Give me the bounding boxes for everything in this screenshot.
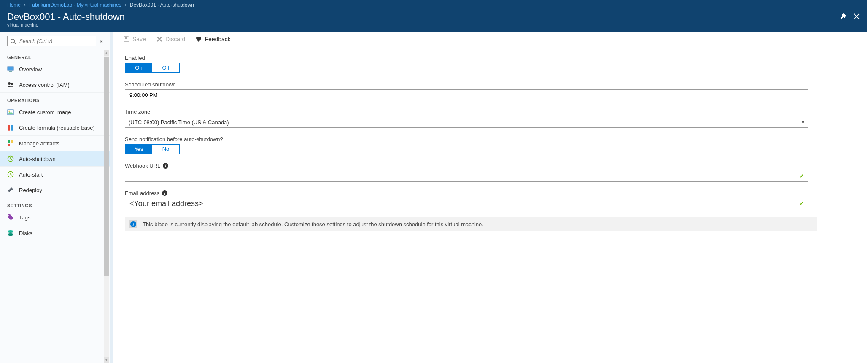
svg-point-5 [11, 83, 13, 85]
sidebar-item-label: Tags [19, 214, 30, 221]
sidebar-item-iam[interactable]: Access control (IAM) [0, 77, 110, 93]
sidebar-item-label: Overview [19, 66, 42, 72]
scrollbar[interactable]: ▴ ▾ [104, 50, 109, 363]
check-icon: ✓ [799, 173, 804, 179]
toggle-no[interactable]: No [152, 145, 179, 154]
chevron-right-icon: › [24, 2, 26, 8]
breadcrumb-current: DevBox001 - Auto-shutdown [130, 2, 194, 8]
sidebar-item-redeploy[interactable]: Redeploy [0, 182, 110, 198]
clock-icon [7, 155, 14, 162]
heart-icon [195, 36, 202, 43]
enabled-toggle[interactable]: On Off [125, 63, 180, 73]
sidebar-item-auto-shutdown[interactable]: Auto-shutdown [0, 151, 110, 167]
hammer-icon [7, 187, 14, 193]
email-address-input[interactable]: ✓ [125, 198, 808, 209]
info-banner-text: This blade is currently displaying the d… [143, 221, 483, 228]
svg-rect-9 [11, 125, 13, 131]
notify-toggle[interactable]: Yes No [125, 144, 180, 154]
sidebar-item-label: Disks [19, 230, 32, 236]
svg-point-17 [8, 232, 13, 234]
notify-label: Send notification before auto-shutdown? [125, 136, 855, 142]
toggle-off[interactable]: Off [152, 63, 179, 72]
sidebar-item-label: Access control (IAM) [19, 82, 70, 88]
save-icon [123, 36, 130, 43]
svg-rect-19 [125, 37, 127, 39]
svg-rect-12 [8, 144, 10, 146]
blocks-icon [7, 140, 14, 147]
sidebar-item-label: Redeploy [19, 187, 42, 193]
timezone-value: (UTC-08:00) Pacific Time (US & Canada) [129, 119, 229, 126]
email-label: Email address i [125, 190, 855, 196]
sidebar-group-settings: SETTINGS [0, 198, 110, 210]
sidebar-item-label: Auto-shutdown [19, 156, 56, 162]
webhook-url-input[interactable]: ✓ [125, 171, 808, 182]
info-icon[interactable]: i [162, 190, 167, 196]
page-title: DevBox001 - Auto-shutdown [7, 11, 125, 22]
breadcrumb-lab[interactable]: FabrikamDemoLab - My virtual machines [29, 2, 121, 8]
people-icon [7, 81, 14, 88]
search-icon [10, 38, 16, 44]
close-icon[interactable] [853, 13, 860, 20]
monitor-icon [7, 66, 14, 72]
scroll-up-button[interactable]: ▴ [104, 50, 109, 56]
page-subtitle: virtual machine [7, 22, 125, 27]
enabled-label: Enabled [125, 55, 855, 61]
sidebar-item-auto-start[interactable]: Auto-start [0, 167, 110, 182]
timezone-select[interactable]: (UTC-08:00) Pacific Time (US & Canada) ▾ [125, 117, 808, 128]
tag-icon [7, 214, 14, 221]
scrollbar-thumb[interactable] [104, 57, 109, 276]
svg-line-1 [14, 42, 16, 44]
save-button[interactable]: Save [123, 36, 146, 43]
scroll-down-button[interactable]: ▾ [104, 357, 109, 363]
chevron-right-icon: › [125, 2, 127, 8]
discard-button[interactable]: Discard [156, 36, 185, 43]
discard-icon [156, 36, 163, 43]
flask-icon [7, 124, 14, 131]
toggle-yes[interactable]: Yes [125, 145, 152, 154]
image-icon [7, 109, 14, 115]
svg-point-18 [8, 234, 13, 236]
info-icon[interactable]: i [163, 163, 168, 169]
svg-point-16 [8, 230, 13, 232]
svg-rect-8 [8, 125, 10, 131]
collapse-sidebar-button[interactable]: « [96, 38, 106, 44]
toolbar: Save Discard Feedback [113, 32, 867, 47]
sidebar-item-label: Create custom image [19, 109, 71, 115]
sidebar-item-disks[interactable]: Disks [0, 225, 110, 241]
sidebar-item-label: Create formula (reusable base) [19, 125, 95, 131]
svg-point-0 [11, 39, 15, 43]
breadcrumb-home[interactable]: Home [7, 2, 21, 8]
pin-icon[interactable] [840, 13, 846, 20]
toggle-on[interactable]: On [125, 63, 152, 72]
svg-rect-3 [9, 71, 12, 72]
sidebar-item-overview[interactable]: Overview [0, 62, 110, 77]
splitter[interactable] [110, 32, 113, 363]
sidebar-group-general: GENERAL [0, 50, 110, 62]
sidebar-item-create-image[interactable]: Create custom image [0, 104, 110, 120]
sidebar-item-manage-artifacts[interactable]: Manage artifacts [0, 136, 110, 151]
chevron-down-icon: ▾ [802, 119, 804, 125]
timezone-label: Time zone [125, 109, 855, 115]
check-icon: ✓ [799, 200, 804, 207]
svg-rect-2 [8, 67, 13, 70]
sidebar-item-create-formula[interactable]: Create formula (reusable base) [0, 120, 110, 136]
clock-icon [7, 171, 14, 178]
info-banner: i This blade is currently displaying the… [125, 217, 817, 231]
sidebar: « GENERAL Overview Access control (IAM) … [0, 32, 110, 363]
scheduled-shutdown-input[interactable] [125, 89, 808, 100]
breadcrumb: Home › FabrikamDemoLab - My virtual mach… [0, 0, 867, 10]
search-input[interactable] [7, 36, 96, 46]
webhook-label: Webhook URL i [125, 163, 855, 169]
feedback-button[interactable]: Feedback [195, 36, 230, 43]
svg-point-7 [9, 111, 10, 112]
svg-point-15 [8, 215, 9, 216]
disks-icon [7, 230, 14, 236]
svg-point-4 [8, 82, 11, 85]
sidebar-group-operations: OPERATIONS [0, 93, 110, 104]
svg-rect-10 [8, 140, 10, 143]
svg-rect-11 [11, 140, 13, 143]
sidebar-item-label: Manage artifacts [19, 140, 59, 147]
sidebar-item-tags[interactable]: Tags [0, 210, 110, 225]
info-icon: i [129, 220, 137, 228]
sidebar-item-label: Auto-start [19, 171, 43, 178]
